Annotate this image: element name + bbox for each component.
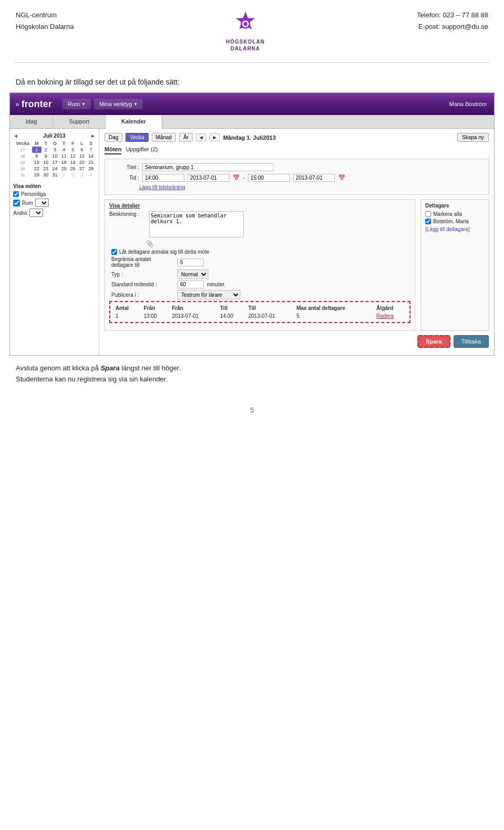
- moten-uppgifter-tabs: Möten Uppgifter (2): [104, 146, 489, 154]
- school-name: Högskolan Dalarna: [16, 21, 74, 33]
- cal-week-30: 30 22 23 24 25 26 27 28: [13, 165, 96, 172]
- time-to-input[interactable]: [248, 174, 290, 182]
- max-header: Max antal deltagare: [293, 304, 373, 312]
- tab-kalender[interactable]: Kalender: [106, 115, 162, 129]
- page-number: 5: [0, 390, 504, 424]
- rum-arrow-icon: ▼: [81, 102, 86, 107]
- mini-calendar: ◄ Juli 2013 ► Vecka M T O T F L S: [13, 133, 96, 178]
- bostrom-checkbox[interactable]: [425, 219, 431, 224]
- std-label: Standard mötestid :: [111, 282, 174, 287]
- radera-link[interactable]: Radera: [376, 313, 394, 319]
- manad-view-button[interactable]: Månad: [152, 133, 176, 142]
- fran1-header: Från: [141, 304, 169, 312]
- tillbaka-button[interactable]: Tillbaka: [454, 335, 489, 348]
- rum-checkbox[interactable]: [13, 200, 20, 206]
- user-name: Maria Boström: [449, 101, 487, 107]
- lagg-till-deltagare-link[interactable]: [Lägg till deltagare]: [425, 226, 484, 232]
- publicera-select[interactable]: Testrum för lärare: [177, 290, 240, 299]
- publicera-row: Publicera i : Testrum för lärare: [111, 290, 411, 299]
- andra-select[interactable]: [29, 209, 43, 217]
- cal-next-icon[interactable]: ►: [90, 133, 96, 139]
- details-main: Visa detaljer Beskrivning : Seminarium s…: [104, 199, 415, 331]
- tid-row: Tid : 📅 - 📅: [110, 174, 483, 182]
- page-header: NGL-centrum Högskolan Dalarna HÖGSKOLAND…: [0, 0, 504, 57]
- cal-nav-bar: Dag Vecka Månad År ◄ ► Måndag 1. Juli201…: [104, 133, 489, 142]
- std-input[interactable]: [177, 281, 204, 288]
- logo-svg: [231, 9, 260, 38]
- footer-text-before: Avsluta genom att klicka på: [16, 364, 101, 372]
- sat-header: L: [77, 140, 86, 147]
- begr-input[interactable]: [177, 258, 204, 266]
- uppgifter-tab[interactable]: Uppgifter (2): [125, 146, 158, 154]
- fronter-screenshot: » fronter Rum ▼ Mina verktyg ▼ Maria Bos…: [9, 92, 495, 356]
- typ-row: Typ : Normal: [111, 269, 411, 279]
- rum-select[interactable]: [35, 199, 49, 207]
- cal-week-28: 28 8 9 10 11 12 13 14: [13, 153, 96, 159]
- logo-arrows: »: [15, 100, 19, 108]
- prev-period-icon[interactable]: ◄: [196, 133, 206, 141]
- fronter-tabbar: Idag Support Kalender: [10, 115, 494, 129]
- beskrivning-label: Beskrivning :: [109, 211, 146, 237]
- footer-paragraph-2: Studenterna kan nu registrera sig via si…: [16, 374, 488, 385]
- mon-header: M: [32, 140, 41, 147]
- deltagare-title: Deltagare: [425, 203, 484, 209]
- rum-label: Rum: [22, 200, 33, 206]
- dag-view-button[interactable]: Dag: [104, 133, 122, 142]
- date-from-input[interactable]: [187, 174, 229, 182]
- tab-idag[interactable]: Idag: [10, 115, 53, 128]
- lat-deltagare-checkbox[interactable]: [111, 249, 117, 255]
- till2-header: Till: [245, 304, 293, 312]
- header-right: Telefon: 023 – 77 88 88 E-post: support@…: [417, 9, 488, 33]
- fran-time-cell: 13:00: [141, 312, 169, 320]
- minuter-label: minuter.: [207, 282, 226, 287]
- markera-alla-checkbox[interactable]: [425, 211, 431, 217]
- thu-header: T: [59, 140, 68, 147]
- lat-deltagare-row: Låt deltagare anmäla sig till detta möte: [111, 249, 411, 255]
- spara-button[interactable]: Spara: [417, 335, 450, 348]
- personliga-checkbox[interactable]: [13, 191, 19, 197]
- deltagare-panel: Deltagare Markera alla Boström, Maria [L…: [421, 199, 489, 331]
- verktyg-arrow-icon: ▼: [133, 102, 138, 107]
- begr-label: Begränsa antalet deltagare till: [111, 256, 174, 268]
- time-from-input[interactable]: [142, 174, 184, 182]
- visa-detaljer-toggle[interactable]: Visa detaljer: [109, 203, 411, 209]
- lagg-till-tidsbokning-link[interactable]: Lägg till tidsbokning: [139, 184, 483, 190]
- visa-moten-section: Visa möten Personliga Rum Andra: [13, 183, 96, 217]
- fronter-content: Dag Vecka Månad År ◄ ► Måndag 1. Juli201…: [99, 129, 494, 355]
- till1-header: Till: [217, 304, 245, 312]
- date-to-input[interactable]: [293, 174, 335, 182]
- skapa-ny-button[interactable]: Skapa ny: [457, 133, 489, 142]
- markera-alla-label: Markera alla: [433, 211, 462, 217]
- booking-table: Antal Från Från Till Till Max antal delt…: [112, 304, 407, 320]
- cal-prev-icon[interactable]: ◄: [13, 133, 18, 139]
- header-left: NGL-centrum Högskolan Dalarna: [16, 9, 74, 33]
- mina-verktyg-button[interactable]: Mina verktyg ▼: [94, 99, 143, 109]
- table-row: 1 13:00 2013-07-01 14:00 2013-07-01 5 Ra…: [112, 312, 407, 320]
- cal-to-icon[interactable]: 📅: [338, 174, 345, 181]
- titel-input[interactable]: [142, 163, 274, 171]
- logo-text: HÖGSKOLANDALARNA: [226, 38, 265, 52]
- atgard-cell: Radera: [373, 312, 407, 320]
- tue-header: T: [41, 140, 50, 147]
- tab-support[interactable]: Support: [53, 115, 106, 128]
- typ-select[interactable]: Normal: [177, 269, 208, 279]
- paperclip-icon: 📎: [146, 240, 411, 247]
- footer-paragraph-1: Avsluta genom att klicka på Spara längst…: [16, 363, 488, 374]
- mini-cal-grid: Vecka M T O T F L S 27 1 2 3 4: [13, 140, 96, 178]
- beskrivning-textarea[interactable]: Seminarium som behandlar delkurs 1.: [149, 211, 244, 237]
- cal-from-icon[interactable]: 📅: [233, 174, 240, 181]
- till-date-cell: 2013-07-01: [245, 312, 293, 320]
- till-time-cell: 14:00: [217, 312, 245, 320]
- org-name: NGL-centrum: [16, 9, 74, 21]
- moten-tab[interactable]: Möten: [104, 146, 121, 154]
- ar-view-button[interactable]: År: [179, 133, 193, 142]
- fronter-logo: » fronter: [15, 99, 52, 110]
- beskrivning-row: Beskrivning : Seminarium som behandlar d…: [109, 211, 411, 237]
- andra-label: Andra: [13, 210, 27, 216]
- next-period-icon[interactable]: ►: [209, 133, 220, 141]
- svg-point-3: [244, 22, 247, 26]
- visa-moten-title: Visa möten: [13, 183, 96, 189]
- details-section: Visa detaljer Beskrivning : Seminarium s…: [104, 199, 489, 331]
- rum-menu-button[interactable]: Rum ▼: [62, 99, 91, 109]
- vecka-view-button[interactable]: Vecka: [125, 133, 148, 142]
